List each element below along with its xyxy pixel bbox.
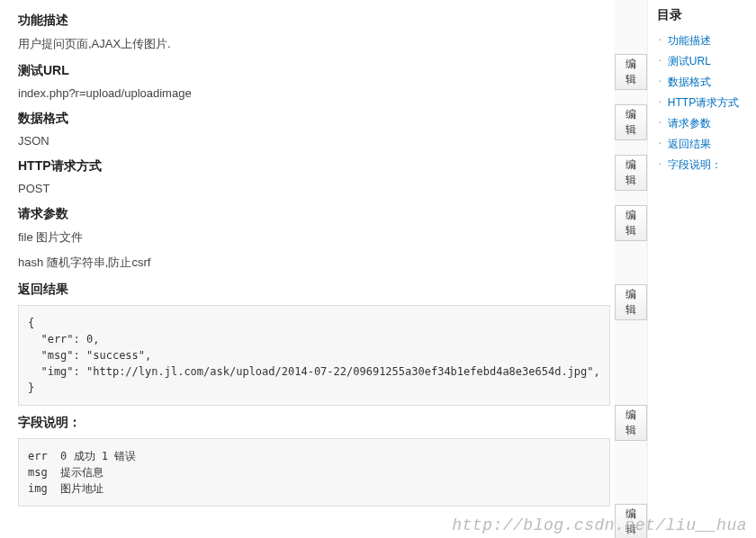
param-line-2: hash 随机字符串,防止csrf — [18, 255, 615, 271]
section-body-params: file 图片文件 hash 随机字符串,防止csrf — [18, 229, 615, 271]
toc-link-method[interactable]: HTTP请求方式 — [668, 96, 739, 109]
toc-sidebar: 目录 功能描述 测试URL 数据格式 HTTP请求方式 请求参数 返回结果 字段… — [647, 0, 756, 538]
edit-button-result[interactable]: 编辑 — [615, 284, 647, 320]
section-title-params: 请求参数 — [18, 206, 615, 222]
edit-button-url[interactable]: 编辑 — [615, 54, 647, 90]
param-line-1: file 图片文件 — [18, 229, 615, 246]
edit-button-method[interactable]: 编辑 — [615, 155, 647, 191]
edit-button-params[interactable]: 编辑 — [615, 205, 647, 241]
edit-button-fields[interactable]: 编辑 — [615, 405, 647, 441]
section-body-url: index.php?r=upload/uploadimage — [18, 86, 615, 100]
toc-link-params[interactable]: 请求参数 — [668, 117, 711, 130]
edit-button-format[interactable]: 编辑 — [615, 104, 647, 140]
section-body-method: POST — [18, 182, 615, 195]
section-body-format: JSON — [18, 134, 615, 148]
main-content: 功能描述 用户提问页面,AJAX上传图片. 测试URL index.php?r=… — [0, 0, 615, 538]
toc-link-format[interactable]: 数据格式 — [668, 76, 711, 88]
section-title-method: HTTP请求方式 — [18, 158, 615, 175]
result-code-block: { "err": 0, "msg": "success", "img": "ht… — [18, 305, 610, 406]
section-title-desc: 功能描述 — [18, 13, 615, 29]
section-body-desc: 用户提问页面,AJAX上传图片. — [18, 36, 615, 52]
toc-title: 目录 — [657, 7, 747, 23]
toc-link-fields[interactable]: 字段说明： — [668, 158, 722, 171]
toc-list: 功能描述 测试URL 数据格式 HTTP请求方式 请求参数 返回结果 字段说明： — [657, 31, 747, 175]
section-title-format: 数据格式 — [18, 111, 615, 127]
toc-link-desc[interactable]: 功能描述 — [668, 34, 711, 47]
edit-button-column: 编辑 编辑 编辑 编辑 编辑 编辑 编辑 — [615, 0, 647, 538]
section-title-fields: 字段说明： — [18, 415, 615, 431]
fields-code-block: err 0 成功 1 错误 msg 提示信息 img 图片地址 — [18, 438, 610, 507]
toc-link-result[interactable]: 返回结果 — [668, 138, 711, 150]
section-title-url: 测试URL — [18, 63, 615, 79]
edit-button-bottom[interactable]: 编辑 — [615, 504, 647, 538]
section-title-result: 返回结果 — [18, 282, 615, 298]
toc-link-url[interactable]: 测试URL — [668, 55, 711, 67]
